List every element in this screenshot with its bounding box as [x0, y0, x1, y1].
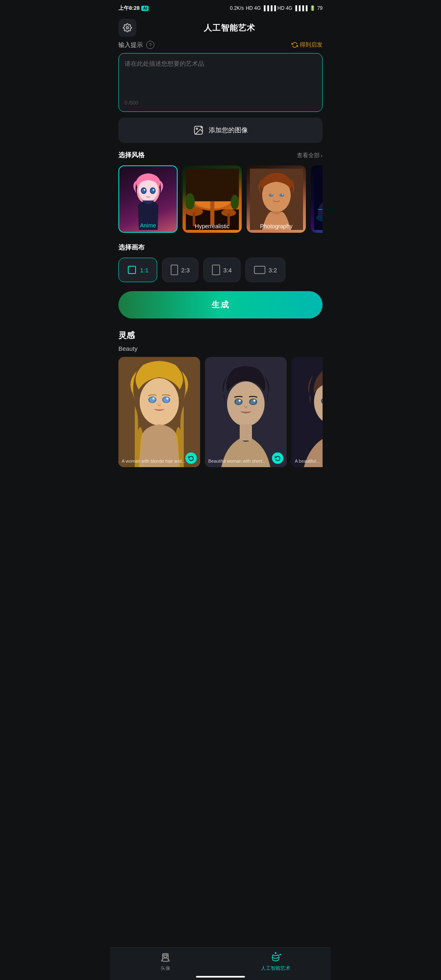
style-hyperrealistic-label: Hyperrealistic	[183, 223, 242, 229]
beauty-art-2	[205, 357, 287, 467]
prompt-label: 输入提示	[118, 41, 143, 49]
add-image-label: 添加您的图像	[209, 126, 248, 135]
inspiration-card-2[interactable]: Beautiful woman with short...	[205, 357, 287, 467]
header: 人工智能艺术	[110, 15, 331, 41]
svg-point-9	[142, 188, 146, 193]
prompt-area-wrapper: 0 /500	[118, 53, 323, 112]
ai-badge: AI	[141, 6, 149, 11]
style-card-anime[interactable]: Anime	[118, 165, 178, 233]
canvas-2-3-label: 2:3	[181, 267, 190, 274]
char-count: 0 /500	[125, 100, 316, 106]
photography-art	[250, 169, 303, 230]
canvas-scroll: 1:1 2:3 3:4	[118, 258, 323, 282]
status-right: 0.2K/s HD 4G ▐▐▐▐ HD 4G ▐▐▐▐ 🔋 79	[230, 5, 323, 11]
svg-point-53	[227, 381, 265, 426]
style-photography-label: Photography	[247, 223, 306, 229]
svg-point-50	[153, 398, 155, 400]
landscape-icon	[254, 266, 265, 274]
svg-point-2	[196, 128, 198, 129]
svg-point-60	[241, 407, 242, 408]
inspiration-card-1[interactable]: A woman with blonde hair and...	[118, 357, 200, 467]
insp-card-3-label: A beautiful...	[295, 458, 323, 464]
style-section-title: 选择风格	[118, 151, 145, 160]
beauty-art-1	[118, 357, 200, 467]
canvas-3-2-label: 3:2	[269, 267, 277, 274]
inspire-link[interactable]: 得到启发	[292, 41, 323, 49]
network-icons: HD 4G ▐▐▐▐ HD 4G ▐▐▐▐	[246, 5, 307, 11]
style-cyberpunk-label: Cybe...	[311, 223, 323, 229]
inspiration-grid: A woman with blonde hair and...	[118, 357, 323, 508]
anime-art	[122, 169, 175, 230]
style-card-cyberpunk[interactable]: Cybe...	[311, 165, 323, 233]
canvas-1-1-label: 1:1	[140, 267, 149, 274]
battery-level: 🔋 79	[310, 5, 323, 11]
svg-point-0	[126, 27, 129, 29]
svg-rect-16	[210, 200, 214, 225]
style-section-header: 选择风格 查看全部 ›	[118, 151, 323, 160]
inspiration-card-3[interactable]: A beautiful...	[292, 357, 323, 467]
inspiration-title: 灵感	[118, 330, 323, 341]
svg-point-26	[269, 194, 274, 197]
style-card-hyperrealistic[interactable]: Hyperrealistic	[183, 165, 242, 233]
insp-card-1-refresh[interactable]	[185, 452, 197, 464]
svg-point-30	[282, 194, 283, 195]
svg-point-12	[153, 189, 154, 191]
prompt-label-row: 输入提示 ? 得到启发	[118, 41, 323, 49]
square-icon	[127, 265, 137, 275]
canvas-option-3-4[interactable]: 3:4	[203, 258, 241, 282]
beauty-art-3	[292, 357, 323, 467]
add-image-button[interactable]: 添加您的图像	[118, 118, 323, 143]
svg-rect-43	[254, 266, 265, 274]
generate-button[interactable]: 生成	[118, 291, 323, 318]
svg-point-29	[271, 194, 272, 195]
view-all-button[interactable]: 查看全部 ›	[297, 152, 323, 159]
canvas-option-1-1[interactable]: 1:1	[118, 258, 157, 282]
svg-rect-40	[128, 266, 136, 274]
network-speed: 0.2K/s	[230, 5, 244, 11]
image-add-icon	[193, 125, 204, 136]
svg-point-58	[239, 400, 241, 402]
status-bar: 上午8:28 AI 0.2K/s HD 4G ▐▐▐▐ HD 4G ▐▐▐▐ 🔋…	[110, 0, 331, 15]
canvas-option-3-2[interactable]: 3:2	[245, 258, 286, 282]
svg-point-23	[231, 195, 239, 209]
main-content: 输入提示 ? 得到启发 0 /500 添加您的图像 选择风格 查看全部 ›	[110, 41, 331, 508]
prompt-input[interactable]	[125, 59, 316, 96]
portrait-icon	[171, 265, 178, 275]
svg-point-10	[151, 188, 155, 193]
hyperrealistic-art	[186, 169, 239, 230]
canvas-option-2-3[interactable]: 2:3	[162, 258, 198, 282]
help-icon[interactable]: ?	[146, 41, 154, 49]
svg-point-59	[254, 400, 256, 402]
portrait2-icon	[212, 265, 220, 275]
svg-rect-62	[240, 424, 252, 441]
svg-rect-41	[171, 265, 178, 275]
canvas-section-title: 选择画布	[118, 243, 145, 252]
style-scroll: Anime	[118, 165, 323, 234]
status-time: 上午8:28 AI	[118, 4, 149, 12]
inspiration-section: 灵感 Beauty	[118, 330, 323, 508]
svg-rect-42	[212, 265, 220, 275]
inspiration-category: Beauty	[118, 345, 323, 352]
svg-point-51	[167, 398, 169, 400]
cyberpunk-art	[314, 169, 323, 230]
style-card-photography[interactable]: Photography	[247, 165, 306, 233]
svg-point-11	[144, 189, 145, 191]
settings-button[interactable]	[118, 19, 136, 37]
inspire-link-text: 得到启发	[300, 41, 323, 49]
page-title: 人工智能艺术	[136, 22, 323, 33]
canvas-section-header: 选择画布	[118, 243, 323, 252]
svg-point-27	[279, 194, 284, 197]
svg-point-61	[250, 407, 252, 408]
svg-point-45	[140, 378, 179, 425]
insp-card-2-refresh[interactable]	[272, 452, 283, 464]
canvas-3-4-label: 3:4	[223, 267, 232, 274]
style-anime-label: Anime	[119, 222, 177, 229]
